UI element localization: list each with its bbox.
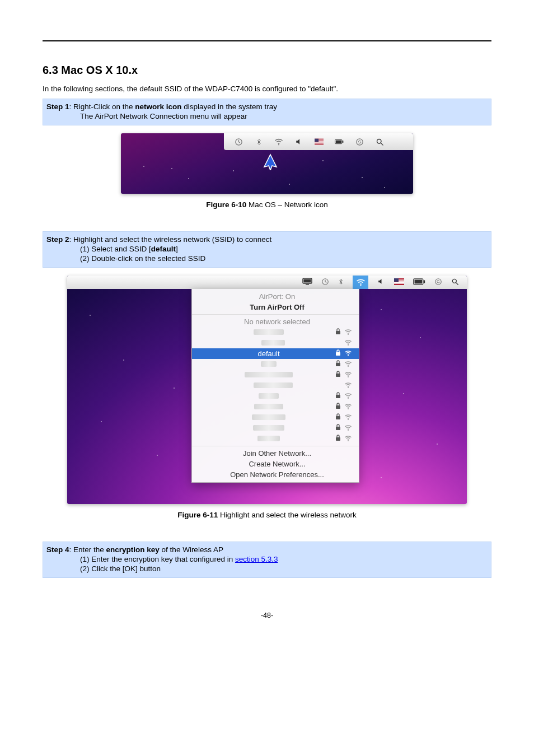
wifi-signal-icon <box>344 328 352 337</box>
no-network-selected: No network selected <box>192 316 359 327</box>
top-rule <box>43 40 491 41</box>
menubar-small <box>224 133 413 150</box>
svg-rect-11 <box>336 141 341 143</box>
svg-point-46 <box>348 408 349 409</box>
svg-point-50 <box>348 430 349 431</box>
svg-rect-40 <box>336 374 340 377</box>
step1-prefix: Step 1 <box>46 102 69 111</box>
join-other-network[interactable]: Join Other Network... <box>192 448 359 459</box>
wifi-signal-icon <box>344 413 352 422</box>
svg-line-32 <box>456 282 458 284</box>
svg-rect-10 <box>343 141 344 143</box>
volume-icon[interactable] <box>294 137 303 146</box>
wifi-signal-icon <box>344 349 352 358</box>
page-number: -48- <box>43 612 491 619</box>
open-network-preferences[interactable]: Open Network Preferences... <box>192 469 359 480</box>
flag-icon[interactable] <box>315 137 324 146</box>
svg-point-31 <box>452 279 456 283</box>
svg-rect-43 <box>336 395 340 398</box>
timemachine-icon[interactable] <box>321 278 329 287</box>
svg-rect-33 <box>336 331 340 334</box>
svg-rect-47 <box>336 416 340 419</box>
svg-rect-49 <box>336 427 340 430</box>
spotlight-icon[interactable] <box>375 137 384 146</box>
flag-icon[interactable] <box>394 278 404 287</box>
svg-rect-36 <box>336 352 340 356</box>
svg-point-1 <box>278 144 279 145</box>
step1-sub: The AirPort Network Connection menu will… <box>80 112 488 120</box>
svg-rect-45 <box>336 405 340 409</box>
svg-rect-28 <box>424 280 425 283</box>
svg-point-42 <box>348 387 349 388</box>
lock-icon <box>335 328 341 337</box>
sync-icon[interactable] <box>434 278 442 287</box>
airport-status: AirPort: On <box>192 291 359 302</box>
battery-icon[interactable] <box>413 278 425 287</box>
step2-block: Step 2: Highlight and select the wireles… <box>43 231 491 268</box>
turn-airport-off[interactable]: Turn AirPort Off <box>192 302 359 312</box>
svg-rect-29 <box>415 280 423 284</box>
battery-icon[interactable] <box>335 137 344 146</box>
ssid-item[interactable] <box>192 380 359 391</box>
ssid-item[interactable] <box>192 412 359 423</box>
ssid-item[interactable] <box>192 327 359 338</box>
ssid-item[interactable] <box>192 338 359 348</box>
svg-point-13 <box>377 139 381 143</box>
wifi-signal-icon <box>344 392 352 400</box>
bluetooth-icon[interactable] <box>254 137 263 146</box>
wifi-signal-icon <box>344 360 352 368</box>
lock-icon <box>335 349 341 358</box>
section-533-link[interactable]: section 5.3.3 <box>235 555 278 563</box>
cursor-arrow-icon <box>263 153 277 169</box>
timemachine-icon[interactable] <box>234 137 243 146</box>
display-icon[interactable] <box>302 278 312 287</box>
step1-block: Step 1: Right-Click on the network icon … <box>43 99 491 125</box>
step4-ol1: (1) Enter the encryption key that config… <box>80 555 488 563</box>
ssid-item[interactable] <box>192 433 359 444</box>
ssid-default-selected[interactable]: default <box>192 348 359 359</box>
figure-6-11-caption: Figure 6-11 Highlight and select the wir… <box>43 511 491 519</box>
step4-prefix: Step 4 <box>46 545 69 554</box>
step2-line: Step 2: Highlight and select the wireles… <box>46 235 488 244</box>
section-heading: 6.3 Mac OS X 10.x <box>43 64 491 77</box>
ssid-item[interactable] <box>192 402 359 412</box>
menu-separator <box>192 446 359 446</box>
wifi-signal-icon <box>344 424 352 432</box>
figure-6-10: Figure 6-10 Mac OS – Network icon <box>43 133 491 209</box>
intro-text: In the following sections, the default S… <box>43 85 491 93</box>
svg-point-52 <box>348 440 349 441</box>
bluetooth-icon[interactable] <box>338 278 344 287</box>
volume-icon[interactable] <box>377 278 385 287</box>
wifi-signal-icon <box>344 381 352 390</box>
ssid-item[interactable] <box>192 391 359 402</box>
sync-icon[interactable] <box>355 137 364 146</box>
svg-point-44 <box>348 398 349 399</box>
airport-menu: AirPort: On Turn AirPort Off No network … <box>191 289 359 483</box>
svg-point-12 <box>356 138 362 144</box>
svg-point-37 <box>348 355 349 356</box>
svg-point-30 <box>435 278 442 284</box>
svg-point-34 <box>348 334 349 335</box>
menu-separator <box>192 314 359 315</box>
step4-block: Step 4: Enter the encryption key of the … <box>43 542 491 578</box>
create-network[interactable]: Create Network... <box>192 459 359 469</box>
spotlight-icon[interactable] <box>451 278 459 287</box>
svg-point-41 <box>348 376 349 377</box>
step1-line: Step 1: Right-Click on the network icon … <box>46 102 488 111</box>
svg-rect-8 <box>315 139 318 142</box>
wifi-icon[interactable] <box>274 137 283 146</box>
ssid-item[interactable] <box>192 359 359 370</box>
wifi-icon-active[interactable] <box>353 276 368 289</box>
lock-icon <box>335 403 341 411</box>
svg-point-39 <box>348 366 349 367</box>
ssid-item[interactable] <box>192 423 359 433</box>
wifi-signal-icon <box>344 339 352 347</box>
lock-icon <box>335 435 341 443</box>
figure-6-11: AirPort: On Turn AirPort Off No network … <box>43 276 491 519</box>
wifi-signal-icon <box>344 371 352 379</box>
lock-icon <box>335 413 341 422</box>
step4-ol2: (2) Click the [OK] button <box>80 564 488 573</box>
svg-point-19 <box>360 284 361 286</box>
ssid-item[interactable] <box>192 370 359 380</box>
step2-ol2: (2) Double-click on the selected SSID <box>80 254 488 263</box>
